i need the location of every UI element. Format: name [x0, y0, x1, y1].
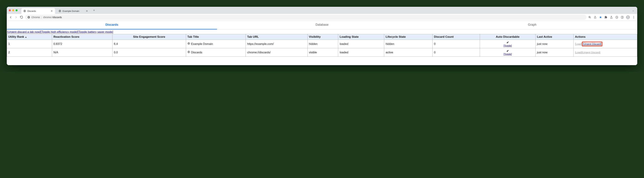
cell-discard-count: 0	[432, 48, 480, 57]
close-tab-icon[interactable]: ✕	[50, 10, 53, 12]
omnibox-url: Chrome | chrome://discards	[32, 16, 62, 18]
browser-tab-label: Discards	[28, 10, 36, 12]
check-icon: ✔	[506, 50, 509, 52]
browser-tab-example[interactable]: Example Domain ✕	[56, 8, 90, 14]
col-loading-state[interactable]: Loading State	[338, 34, 384, 40]
cell-tab-title: Example Domain	[186, 40, 246, 48]
new-tab-button[interactable]: +	[92, 8, 96, 13]
cell-engagement: 6.4	[112, 40, 186, 48]
col-actions[interactable]: Actions	[574, 34, 637, 40]
toolbar-actions: ★	[588, 16, 635, 19]
highlight-box: [Urgent Discard]	[582, 42, 602, 46]
globe-icon	[188, 50, 190, 54]
table-row: 10.83726.4Example Domainhttps://example.…	[7, 40, 637, 48]
close-tab-icon[interactable]: ✕	[86, 10, 88, 12]
table-row: 2N/A0.0Discardschrome://discards/visible…	[7, 48, 637, 57]
col-auto-discardable[interactable]: Auto Discardable	[480, 34, 536, 40]
cell-reactivation: N/A	[52, 48, 112, 57]
svg-point-3	[28, 17, 29, 18]
col-tab-title[interactable]: Tab Title	[186, 34, 246, 40]
cell-auto-discardable: ✔[Toggle]	[480, 40, 536, 48]
tab-title-text: Discards	[191, 51, 202, 54]
forward-button[interactable]	[14, 16, 18, 19]
cell-last-active: just now	[536, 48, 574, 57]
svg-rect-6	[621, 16, 623, 18]
back-button[interactable]	[9, 16, 12, 19]
cell-visibility: visible	[308, 48, 338, 57]
col-reactivation-score[interactable]: Reactivation Score	[52, 34, 112, 40]
cell-visibility: hidden	[308, 40, 338, 48]
col-label: Utility Rank	[8, 35, 24, 38]
col-tab-url[interactable]: Tab URL	[246, 34, 308, 40]
omnibox-url-scheme: chrome://	[43, 16, 53, 18]
page-tabstrip: Discards Database Graph	[7, 21, 637, 30]
labs-icon[interactable]	[610, 16, 613, 19]
cell-actions: [Load][Urgent Discard]	[574, 48, 637, 57]
urgent-discard-link[interactable]: [Urgent Discard]	[583, 42, 601, 45]
urgent-discard-link[interactable]: [Urgent Discard]	[582, 51, 600, 54]
cell-loading: loaded	[338, 48, 384, 57]
load-link[interactable]: [Load]	[575, 42, 582, 45]
load-link[interactable]: [Load]	[575, 51, 582, 54]
cell-lifecycle: active	[384, 48, 432, 57]
share-icon[interactable]	[594, 16, 597, 19]
zoom-icon[interactable]	[588, 16, 591, 19]
toggle-efficiency-link[interactable]: [Toggle high efficiency mode]	[40, 30, 78, 34]
cell-loading: loaded	[338, 40, 384, 48]
cell-lifecycle: hidden	[384, 40, 432, 48]
omnibox-prefix: Chrome	[32, 16, 40, 18]
extensions-icon[interactable]	[604, 16, 608, 19]
browser-window: Discards ✕ Example Domain ✕ + ⌄	[7, 7, 637, 65]
col-utility-rank[interactable]: Utility Rank ▲	[7, 34, 52, 40]
chrome-icon	[28, 16, 30, 18]
titlebar: Discards ✕ Example Domain ✕ + ⌄	[7, 7, 637, 14]
cell-utility-rank: 2	[7, 48, 52, 57]
toggle-auto-link[interactable]: [Toggle]	[481, 44, 534, 47]
globe-icon	[23, 10, 26, 12]
minimize-window-button[interactable]	[12, 9, 14, 11]
updates-icon[interactable]	[615, 16, 618, 19]
col-visibility[interactable]: Visibility	[308, 34, 338, 40]
profile-avatar[interactable]	[626, 16, 630, 19]
omnibox[interactable]: Chrome | chrome://discards	[25, 15, 586, 20]
svg-point-8	[634, 16, 634, 16]
check-icon: ✔	[506, 41, 509, 44]
cell-tab-url: https://example.com/	[246, 40, 308, 48]
col-site-engagement[interactable]: Site Engagement Score	[112, 34, 186, 40]
menu-icon[interactable]	[632, 16, 635, 19]
window-controls	[9, 9, 18, 11]
browser-tab-discards[interactable]: Discards ✕	[21, 8, 55, 14]
close-window-button[interactable]	[9, 9, 11, 11]
svg-point-10	[634, 18, 634, 18]
tab-title-text: Example Domain	[191, 42, 213, 46]
reload-button[interactable]	[20, 16, 23, 19]
omnibox-url-path: discards	[53, 16, 62, 18]
cell-tab-title: Discards	[186, 48, 246, 57]
cell-actions: [Load][Urgent Discard]	[574, 40, 637, 48]
toggle-auto-link[interactable]: [Toggle]	[481, 53, 534, 56]
tab-database[interactable]: Database	[217, 21, 427, 30]
browser-tab-label: Example Domain	[62, 10, 79, 12]
tab-discards[interactable]: Discards	[7, 21, 217, 30]
tab-graph[interactable]: Graph	[427, 21, 637, 30]
svg-point-7	[628, 16, 628, 17]
toolbar: Chrome | chrome://discards ★	[7, 14, 637, 21]
urgent-discard-now-link[interactable]: [Urgent discard a tab now]	[7, 30, 40, 34]
page-content: Discards Database Graph [Urgent discard …	[7, 21, 637, 65]
cell-discard-count: 0	[432, 40, 480, 48]
cell-engagement: 0.0	[112, 48, 186, 57]
col-discard-count[interactable]: Discard Count	[432, 34, 480, 40]
cell-last-active: just now	[536, 40, 574, 48]
cell-utility-rank: 1	[7, 40, 52, 48]
globe-icon	[188, 42, 190, 46]
bookmark-star-icon[interactable]: ★	[599, 16, 602, 19]
tab-overflow-button[interactable]: ⌄	[631, 9, 635, 12]
col-last-active[interactable]: Last Active	[536, 34, 574, 40]
cell-auto-discardable: ✔[Toggle]	[480, 48, 536, 57]
svg-point-9	[634, 17, 634, 18]
col-lifecycle-state[interactable]: Lifecycle State	[384, 34, 432, 40]
sidepanel-icon[interactable]	[621, 16, 624, 19]
discards-table: Utility Rank ▲ Reactivation Score Site E…	[7, 34, 637, 57]
toggle-battery-link[interactable]: [Toggle battery saver mode]	[78, 30, 113, 34]
maximize-window-button[interactable]	[16, 9, 18, 11]
